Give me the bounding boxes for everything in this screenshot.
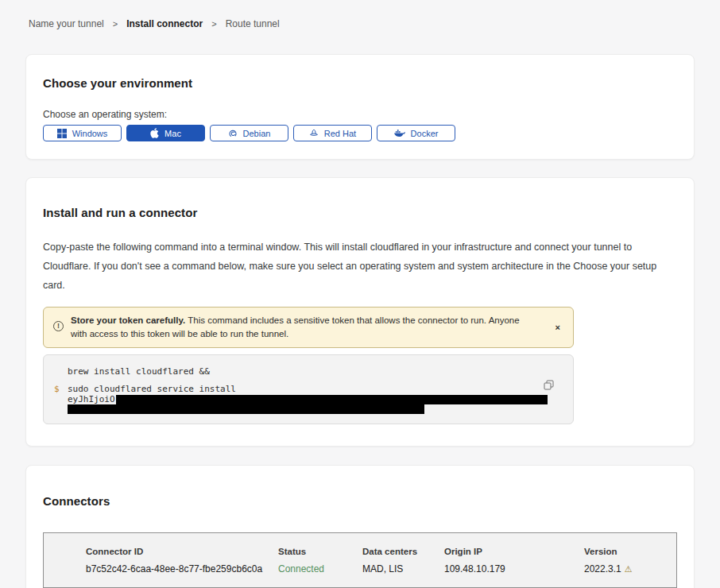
code-line-brew: brew install cloudflared && [44,366,573,377]
connectors-card-title: Connectors [43,494,677,508]
token-warning-banner: ! Store your token carefully. This comma… [43,307,574,348]
environment-card-title: Choose your environment [43,76,677,90]
breadcrumb-step-install-connector[interactable]: Install connector [126,18,203,29]
breadcrumb-step-name-tunnel[interactable]: Name your tunnel [29,18,104,29]
connectors-table: Connector ID Status Data centers Origin … [43,532,677,588]
os-button-group: Windows Mac Debian Red Hat Docker [43,125,677,141]
windows-icon [57,129,67,138]
debian-icon [228,129,238,138]
os-button-docker[interactable]: Docker [377,125,455,141]
warning-message: Store your token carefully. This command… [71,314,551,341]
breadcrumb-separator: > [113,19,118,29]
column-header-origin-ip: Origin IP [444,547,584,556]
column-header-connector-id: Connector ID [86,547,278,556]
os-button-windows[interactable]: Windows [43,125,122,141]
redacted-token-bar [68,404,424,414]
connectors-card: Connectors Connector ID Status Data cent… [25,465,695,588]
os-button-label: Debian [243,129,271,138]
close-icon[interactable]: × [551,321,565,334]
os-button-label: Red Hat [324,129,356,138]
os-button-mac[interactable]: Mac [126,125,205,141]
connector-data-centers-value: MAD, LIS [362,563,444,574]
docker-icon [394,129,405,137]
alert-circle-icon: ! [53,321,64,331]
column-header-status: Status [278,547,362,556]
os-button-label: Docker [411,129,439,138]
shell-prompt: $ [44,384,68,394]
redacted-token-bar [116,395,548,404]
choose-environment-card: Choose your environment Choose an operat… [25,54,695,160]
connector-status-value: Connected [278,563,362,574]
copy-icon[interactable] [544,380,554,393]
version-warning-icon: ⚠ [625,564,633,574]
os-button-redhat[interactable]: Red Hat [293,125,372,141]
connector-version-value: 2022.3.1⚠ [584,563,676,574]
os-button-label: Mac [165,129,181,138]
os-button-debian[interactable]: Debian [210,125,288,141]
breadcrumb: Name your tunnel > Install connector > R… [0,0,720,29]
connector-id-value: b7c52c42-6caa-48ee-8c77-fbe259cb6c0a [86,563,278,574]
redhat-icon [309,129,319,137]
column-header-data-centers: Data centers [362,547,444,556]
breadcrumb-step-route-tunnel[interactable]: Route tunnel [226,18,280,29]
install-card-title: Install and run a connector [43,206,677,219]
install-description: Copy-paste the following command into a … [43,238,677,295]
install-command-code-block: brew install cloudflared && $ sudo cloud… [43,354,574,424]
install-connector-card: Install and run a connector Copy-paste t… [25,177,695,447]
breadcrumb-separator: > [211,19,216,29]
warning-title: Store your token carefully. [71,315,185,325]
code-line-token: eyJhIjoiO [44,394,573,404]
os-select-label: Choose an operating system: [43,109,677,120]
column-header-version: Version [584,547,676,556]
os-button-label: Windows [72,129,108,138]
apple-icon [150,128,159,138]
code-line-install: sudo cloudflared service install [68,384,236,394]
connector-origin-ip-value: 109.48.10.179 [444,563,584,574]
